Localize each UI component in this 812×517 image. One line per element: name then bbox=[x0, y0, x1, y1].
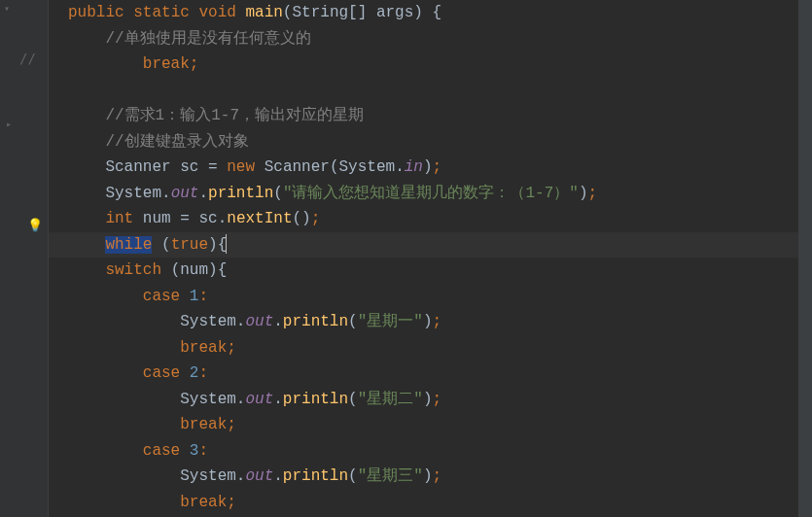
code-line: System.out.println("星期一"); bbox=[49, 309, 798, 335]
text-cursor bbox=[226, 234, 227, 254]
code-line: break; bbox=[49, 335, 798, 362]
code-line: System.out.println("请输入您想知道星期几的数字：（1-7）"… bbox=[49, 181, 798, 207]
code-line: break; bbox=[49, 412, 798, 438]
code-line: case 2: bbox=[49, 361, 798, 387]
code-line-current: while (true){ bbox=[49, 232, 798, 258]
code-line: break; bbox=[49, 490, 798, 516]
code-line: Scanner sc = new Scanner(System.in); bbox=[49, 155, 798, 181]
code-editor[interactable]: public static void main(String[] args) {… bbox=[49, 0, 798, 517]
code-line: int num = sc.nextInt(); bbox=[49, 206, 798, 232]
code-line: case 1: bbox=[49, 284, 798, 310]
code-line: //创建键盘录入对象 bbox=[49, 129, 798, 155]
code-line: switch (num){ bbox=[49, 258, 798, 284]
code-line: case 3: bbox=[49, 438, 798, 465]
code-line: public static void main(String[] args) { bbox=[49, 0, 798, 26]
intention-bulb-icon[interactable]: 💡 bbox=[27, 218, 43, 233]
editor-gutter: ▾ // ▸ 💡 bbox=[0, 0, 49, 517]
code-line: //需求1：输入1-7，输出对应的星期 bbox=[49, 103, 798, 129]
code-line: System.out.println("星期三"); bbox=[49, 464, 798, 490]
code-line: //单独使用是没有任何意义的 bbox=[49, 26, 798, 52]
editor-scrollbar[interactable] bbox=[798, 0, 812, 517]
fold-icon[interactable]: ▾ bbox=[4, 3, 10, 15]
fold-mid-icon[interactable]: ▸ bbox=[6, 119, 12, 130]
code-line: System.out.println("星期二"); bbox=[49, 387, 798, 413]
code-line: break; bbox=[49, 52, 798, 78]
gutter-tick: // bbox=[19, 51, 36, 66]
code-line bbox=[49, 78, 798, 104]
